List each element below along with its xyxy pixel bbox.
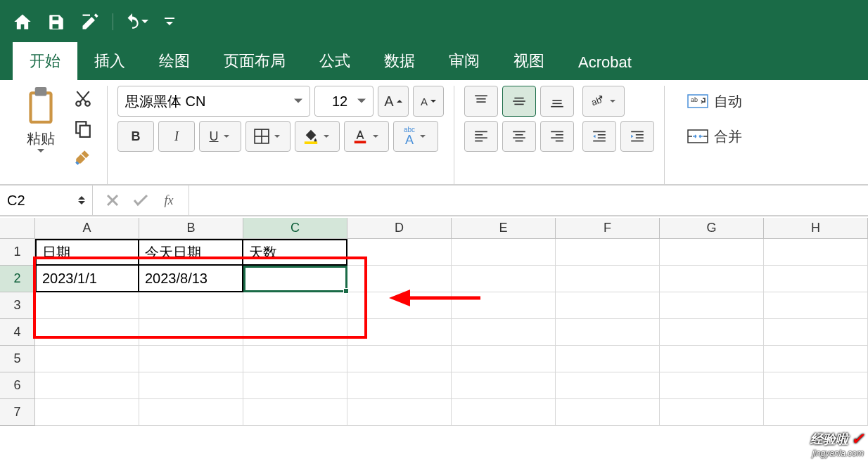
align-bottom-button[interactable] <box>540 86 574 117</box>
cell-f5[interactable] <box>556 346 660 372</box>
tab-formulas[interactable]: 公式 <box>302 42 367 80</box>
cancel-formula-button[interactable] <box>101 189 124 212</box>
edit-button[interactable] <box>76 8 104 36</box>
cell-d6[interactable] <box>347 372 452 399</box>
cell-d3[interactable] <box>347 292 452 319</box>
cell-d7[interactable] <box>347 399 452 426</box>
cell-c2[interactable] <box>243 266 347 292</box>
align-right-button[interactable] <box>540 121 574 152</box>
cell-f3[interactable] <box>556 292 660 319</box>
increase-indent-button[interactable] <box>620 121 654 152</box>
decrease-font-button[interactable]: A <box>413 86 444 117</box>
cell-g1[interactable] <box>660 239 764 266</box>
cell-g6[interactable] <box>660 372 764 399</box>
italic-button[interactable]: I <box>158 121 195 152</box>
cell-a5[interactable] <box>35 346 139 372</box>
cell-b2[interactable]: 2023/8/13 <box>139 266 243 292</box>
cell-f2[interactable] <box>556 266 660 292</box>
borders-button[interactable] <box>245 121 291 152</box>
row-header-2[interactable]: 2 <box>0 266 35 292</box>
tab-insert[interactable]: 插入 <box>77 42 142 80</box>
cell-e6[interactable] <box>452 372 556 399</box>
undo-button[interactable] <box>122 8 150 36</box>
cell-g4[interactable] <box>660 319 764 346</box>
cell-h6[interactable] <box>764 372 868 399</box>
tab-review[interactable]: 审阅 <box>432 42 497 80</box>
column-header-b[interactable]: B <box>139 218 243 238</box>
cell-e5[interactable] <box>452 346 556 372</box>
cell-e2[interactable] <box>452 266 556 292</box>
cell-a1[interactable]: 日期 <box>35 239 139 266</box>
cell-d5[interactable] <box>347 346 452 372</box>
cell-a4[interactable] <box>35 319 139 346</box>
cell-h2[interactable] <box>764 266 868 292</box>
cell-e3[interactable] <box>452 292 556 319</box>
font-size-select[interactable]: 12 <box>314 86 374 117</box>
cell-g7[interactable] <box>660 399 764 426</box>
align-left-button[interactable] <box>464 121 498 152</box>
row-header-3[interactable]: 3 <box>0 292 35 319</box>
row-header-5[interactable]: 5 <box>0 346 35 372</box>
cell-e4[interactable] <box>452 319 556 346</box>
name-box[interactable]: C2 <box>0 186 93 215</box>
tab-home[interactable]: 开始 <box>13 42 77 80</box>
cell-b6[interactable] <box>139 372 243 399</box>
cell-f6[interactable] <box>556 372 660 399</box>
formula-input[interactable] <box>189 186 868 215</box>
cell-b3[interactable] <box>139 292 243 319</box>
row-header-1[interactable]: 1 <box>0 239 35 266</box>
insert-function-button[interactable]: fx <box>158 189 180 212</box>
column-header-g[interactable]: G <box>660 218 764 238</box>
decrease-indent-button[interactable] <box>582 121 616 152</box>
column-header-c[interactable]: C <box>243 218 347 238</box>
cell-a7[interactable] <box>35 399 139 426</box>
paste-button[interactable]: 粘贴 <box>18 86 63 171</box>
row-header-4[interactable]: 4 <box>0 319 35 346</box>
customize-qat-button[interactable] <box>155 8 184 36</box>
cell-f1[interactable] <box>556 239 660 266</box>
fill-color-button[interactable] <box>295 121 340 152</box>
cell-b4[interactable] <box>139 319 243 346</box>
column-header-h[interactable]: H <box>764 218 868 238</box>
cell-h4[interactable] <box>764 319 868 346</box>
cell-d1[interactable] <box>347 239 452 266</box>
cell-d4[interactable] <box>347 319 452 346</box>
cell-h3[interactable] <box>764 292 868 319</box>
cell-c1[interactable]: 天数 <box>243 239 347 266</box>
tab-acrobat[interactable]: Acrobat <box>561 45 649 80</box>
confirm-formula-button[interactable] <box>129 189 152 212</box>
font-color-button[interactable] <box>344 121 389 152</box>
cell-c4[interactable] <box>243 319 347 346</box>
cell-g5[interactable] <box>660 346 764 372</box>
cell-f4[interactable] <box>556 319 660 346</box>
cut-button[interactable] <box>69 86 97 112</box>
font-name-select[interactable]: 思源黑体 CN <box>117 86 310 117</box>
cell-b5[interactable] <box>139 346 243 372</box>
cell-f7[interactable] <box>556 399 660 426</box>
cell-g3[interactable] <box>660 292 764 319</box>
merge-cells-button[interactable]: 合并 <box>682 121 748 152</box>
cell-e7[interactable] <box>452 399 556 426</box>
cell-c7[interactable] <box>243 399 347 426</box>
column-header-d[interactable]: D <box>347 218 452 238</box>
increase-font-button[interactable]: A <box>378 86 409 117</box>
cell-h5[interactable] <box>764 346 868 372</box>
cell-c3[interactable] <box>243 292 347 319</box>
home-qat-button[interactable] <box>8 8 37 36</box>
cell-c5[interactable] <box>243 346 347 372</box>
align-center-button[interactable] <box>502 121 536 152</box>
tab-draw[interactable]: 绘图 <box>142 42 207 80</box>
column-header-a[interactable]: A <box>35 218 139 238</box>
cell-h1[interactable] <box>764 239 868 266</box>
underline-button[interactable]: U <box>199 121 241 152</box>
tab-data[interactable]: 数据 <box>367 42 432 80</box>
format-painter-button[interactable] <box>69 145 97 171</box>
cell-a3[interactable] <box>35 292 139 319</box>
align-top-button[interactable] <box>464 86 498 117</box>
orientation-button[interactable]: ab <box>582 86 625 117</box>
cell-b7[interactable] <box>139 399 243 426</box>
cell-h7[interactable] <box>764 399 868 426</box>
cell-g2[interactable] <box>660 266 764 292</box>
copy-button[interactable] <box>69 115 97 142</box>
save-button[interactable] <box>42 8 70 36</box>
